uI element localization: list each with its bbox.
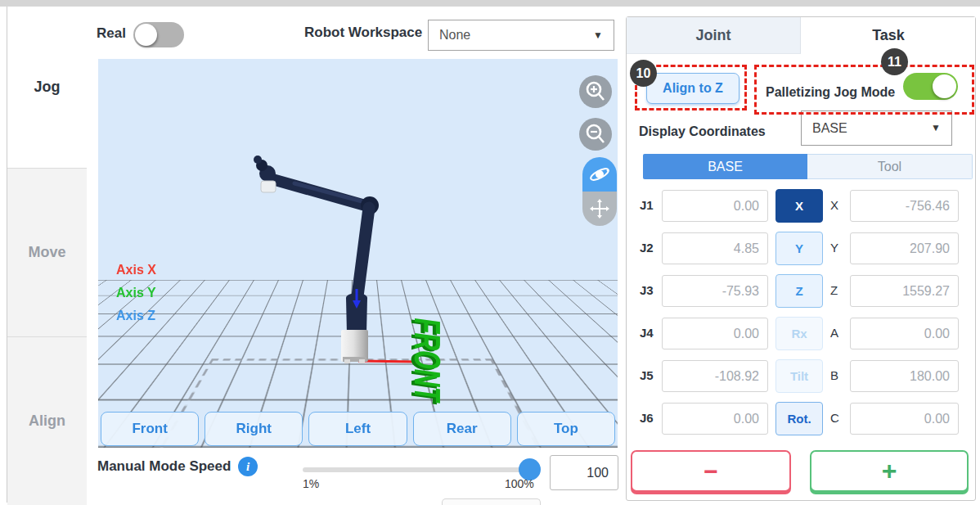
annotation-badge-10: 10 (630, 60, 657, 87)
frame-tab-base[interactable]: BASE (643, 154, 807, 179)
speed-max-label: 100% (505, 477, 534, 490)
display-coordinates-dropdown[interactable]: BASE ▼ (801, 110, 952, 146)
speed-value-input[interactable]: 100 (550, 455, 618, 490)
speed-min-label: 1% (303, 477, 319, 490)
coord-value-field[interactable]: 1559.27 (850, 275, 959, 307)
view-front-button[interactable]: Front (101, 412, 199, 446)
coord-value-field[interactable]: 207.90 (850, 232, 959, 264)
sidebar-item-label: Move (28, 244, 65, 261)
joint-value-field[interactable]: 4.85 (662, 232, 768, 264)
zoom-in-icon (582, 78, 609, 106)
zoom-out-button[interactable] (579, 118, 612, 151)
rotate-view-icon (587, 162, 612, 187)
joint-value-field[interactable]: -75.93 (662, 275, 768, 307)
joint-value-field[interactable]: 0.00 (662, 403, 768, 435)
display-coordinates-label: Display Coordinates (639, 124, 766, 139)
coord-label: X (830, 189, 838, 222)
speed-slider-track[interactable] (303, 467, 538, 472)
axis-x-label: Axis X (116, 263, 156, 277)
real-toggle[interactable] (133, 22, 184, 47)
robot-workspace-dropdown[interactable]: None ▼ (428, 20, 614, 51)
window-top-bar (0, 0, 980, 7)
coord-value-field[interactable]: 0.00 (850, 318, 959, 349)
toggle-knob (135, 24, 157, 46)
sidebar-item-align[interactable]: Align (7, 336, 87, 505)
axis-button-rot[interactable]: Rot. (775, 402, 823, 435)
coord-value-field[interactable]: -756.46 (850, 190, 959, 222)
coord-label: Y (830, 232, 838, 264)
jog-row-j6: J6 0.00 Rot. C 0.00 (627, 402, 977, 435)
view-rear-button[interactable]: Rear (413, 412, 511, 446)
robot-arm-model (98, 59, 618, 448)
axis-button-x[interactable]: X (775, 189, 823, 223)
coord-label: B (830, 359, 838, 392)
real-toggle-label: Real (97, 25, 126, 42)
axis-button-tilt[interactable]: Tilt (775, 359, 823, 393)
axis-y-label: Axis Y (116, 286, 156, 300)
joint-label: J4 (640, 317, 654, 349)
joint-label: J6 (640, 402, 654, 435)
sidebar: Jog Move Align (7, 7, 87, 505)
coord-label: Z (830, 274, 838, 307)
coord-value-field[interactable]: 180.00 (850, 360, 959, 392)
robot-workspace-value: None (439, 28, 470, 42)
annotation-rect-11 (754, 65, 974, 115)
joint-label: J1 (640, 189, 654, 222)
joint-value-field[interactable]: 0.00 (662, 190, 768, 222)
display-coordinates-value: BASE (812, 121, 847, 135)
axis-z-label: Axis Z (116, 309, 155, 323)
robot-workspace-label: Robot Workspace (304, 25, 422, 41)
view-buttons-row: Front Right Left Rear Top (101, 412, 615, 446)
chevron-down-icon: ▼ (931, 111, 941, 145)
view-left-button[interactable]: Left (308, 412, 407, 446)
coord-value-field[interactable]: 0.00 (850, 403, 959, 435)
sidebar-item-label: Jog (34, 79, 60, 96)
partial-bottom-element (442, 498, 541, 505)
tab-joint[interactable]: Joint (627, 17, 801, 54)
joint-label: J3 (640, 274, 654, 307)
pan-view-button[interactable] (582, 192, 617, 226)
view-mode-toggle (582, 157, 617, 226)
jog-row-j1: J1 0.00 X X -756.46 (627, 189, 977, 222)
sidebar-item-move[interactable]: Move (7, 168, 87, 336)
upper-arm (272, 179, 368, 206)
frame-tab-tool[interactable]: Tool (807, 154, 973, 179)
joint-value-field[interactable]: 0.00 (662, 318, 768, 349)
axis-button-rx[interactable]: Rx (775, 317, 823, 350)
rotate-view-button[interactable] (582, 157, 617, 192)
jog-row-j2: J2 4.85 Y Y 207.90 (627, 232, 977, 264)
joint-label: J2 (640, 232, 654, 264)
tab-label: Task (872, 27, 905, 44)
forearm (357, 208, 369, 296)
coord-label: C (830, 402, 839, 435)
jog-panel: Joint Task 10 11 Align to Z Palletizing … (626, 16, 976, 501)
coord-label: A (830, 317, 838, 349)
annotation-badge-11: 11 (881, 48, 908, 75)
sidebar-item-jog[interactable]: Jog (7, 7, 87, 168)
frame-segmented-control: BASE Tool (643, 154, 973, 179)
zoom-in-button[interactable] (579, 75, 612, 108)
jog-row-j5: J5 -108.92 Tilt B 180.00 (627, 359, 977, 392)
front-direction-label: FRONT (402, 315, 452, 406)
jog-plus-button[interactable]: + (810, 450, 969, 492)
axis-button-z[interactable]: Z (775, 274, 823, 308)
jog-minus-button[interactable]: − (631, 450, 791, 492)
view-right-button[interactable]: Right (205, 412, 303, 446)
tab-task[interactable]: Task (802, 17, 975, 54)
manual-mode-speed-label: Manual Mode Speed (97, 458, 231, 475)
joint-value-field[interactable]: -108.92 (662, 360, 768, 392)
tab-label: Joint (696, 27, 731, 44)
info-icon[interactable]: i (238, 457, 258, 476)
axis-button-y[interactable]: Y (775, 232, 823, 265)
pan-view-icon (588, 197, 611, 220)
jog-row-j4: J4 0.00 Rx A 0.00 (627, 317, 977, 349)
jog-row-j3: J3 -75.93 Z Z 1559.27 (627, 274, 977, 307)
zoom-out-icon (582, 120, 609, 148)
view-top-button[interactable]: Top (517, 412, 615, 446)
robot-3d-viewport[interactable]: Axis X Axis Y Axis Z FRONT (98, 59, 618, 448)
joint-label: J5 (640, 359, 654, 392)
chevron-down-icon: ▼ (593, 20, 603, 50)
sidebar-item-label: Align (29, 413, 65, 430)
tool-flange (261, 181, 276, 192)
